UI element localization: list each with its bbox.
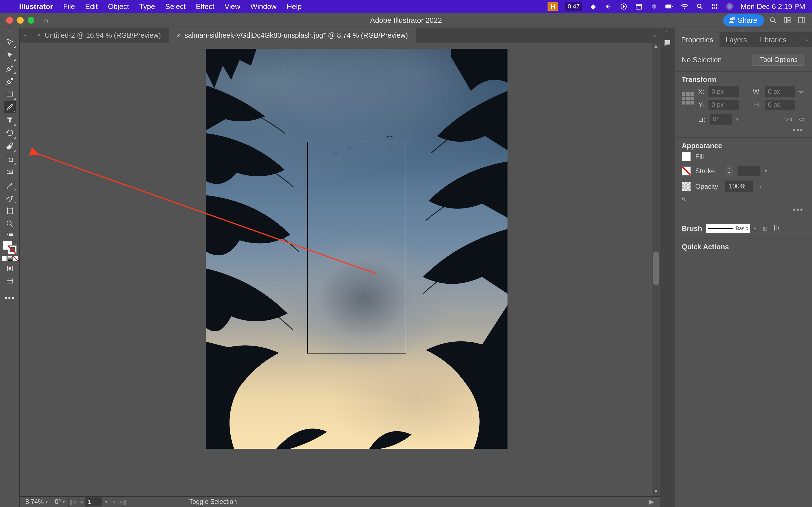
brush-dropdown-icon[interactable]: ▾ [754,226,756,231]
flip-horizontal-icon[interactable]: ▷◁ [785,117,792,122]
canvas[interactable]: ▲ ▼ [20,43,660,496]
stroke-weight-stepper[interactable]: ▴▾ [725,166,733,176]
menu-select[interactable]: Select [160,2,191,11]
dock-grip[interactable]: •• [666,30,669,34]
brush-options-icon[interactable]: ◧ [760,224,769,233]
diamond-icon[interactable]: ◆ [589,3,597,10]
paintbrush-tool[interactable] [4,101,16,113]
reference-point-widget[interactable] [682,92,694,105]
selection-tool[interactable] [4,36,16,48]
color-mode-solid[interactable] [2,256,7,261]
prev-artboard-button[interactable]: ◂ [77,498,86,506]
bluetooth-off-icon[interactable]: ✱ [650,3,658,10]
scrollbar-thumb[interactable] [653,251,659,285]
document-tab-1[interactable]: × Untitled-2 @ 16.94 % (RGB/Preview) [29,28,169,43]
direct-selection-tool[interactable] [4,49,16,61]
x-input[interactable] [709,87,739,97]
transform-more-icon[interactable]: ••• [682,124,805,135]
rotate-tool[interactable] [4,127,16,139]
gradient-tool[interactable] [4,166,16,178]
document-tab-2[interactable]: × salman-sidheek-VGdjDc4Gk80-unsplash.jp… [169,28,416,43]
color-mode-none[interactable] [13,256,18,261]
pen-tool[interactable] [4,62,16,74]
battery-icon[interactable] [665,3,673,10]
rotate-dropdown-icon[interactable]: ▾ [736,117,739,122]
scale-tool[interactable] [4,153,16,165]
date-icon[interactable] [635,3,643,10]
effects-fx-label[interactable]: fx. [682,196,687,202]
workspace-switcher-button[interactable] [796,15,806,25]
brush-preset-selector[interactable]: Basic [706,224,750,233]
next-artboard-button[interactable]: ▸ [110,498,119,506]
menubar-clock[interactable]: Mon Dec 6 2:19 PM [741,2,805,11]
close-window-button[interactable] [6,17,13,24]
color-mode-gradient[interactable] [7,256,12,261]
stroke-weight-dropdown-icon[interactable]: ▾ [765,168,767,173]
rectangle-tool[interactable] [4,88,16,100]
play-circle-icon[interactable] [620,3,627,10]
menu-file[interactable]: File [58,2,80,11]
menu-object[interactable]: Object [103,2,134,11]
app-name[interactable]: Illustrator [14,2,58,11]
search-button[interactable] [768,15,778,25]
volume-icon[interactable] [605,3,612,10]
opacity-swatch[interactable] [682,182,691,191]
constrain-proportions-icon[interactable]: ⫘ [798,88,804,96]
flip-vertical-icon[interactable]: ▽△ [799,117,805,122]
menu-view[interactable]: View [219,2,245,11]
vertical-scrollbar[interactable]: ▲ ▼ [652,43,660,496]
minimize-window-button[interactable] [17,17,24,24]
stroke-swatch[interactable] [682,166,691,175]
panel-overflow-icon[interactable]: » [803,33,812,47]
rotate-input[interactable] [710,114,732,124]
stroke-swatch[interactable] [8,245,17,255]
close-tab-icon[interactable]: × [177,32,181,39]
eyedropper-tool[interactable] [4,179,16,191]
properties-tab[interactable]: Properties [675,33,719,47]
menu-edit[interactable]: Edit [80,2,103,11]
menu-help[interactable]: Help [282,2,307,11]
toolbar-grip[interactable]: •• [6,30,13,33]
tabs-overflow-icon[interactable]: » [649,28,660,43]
arrange-documents-button[interactable] [782,15,792,25]
shape-builder-tool[interactable] [4,191,16,204]
zoom-tool[interactable] [4,217,16,230]
type-tool[interactable] [4,114,16,126]
stroke-weight-input[interactable] [738,166,760,176]
tabs-grip[interactable]: •• [24,28,29,43]
scroll-down-icon[interactable]: ▼ [652,489,660,496]
opacity-input[interactable] [725,180,753,192]
panel-grip[interactable]: •• [675,28,812,33]
edit-toolbar-button[interactable]: ••• [5,293,15,302]
curvature-tool[interactable] [4,75,16,87]
spotlight-icon[interactable] [696,3,704,10]
eraser-tool[interactable] [4,140,16,152]
siri-icon[interactable] [726,3,733,10]
menu-window[interactable]: Window [245,2,282,11]
recording-badge[interactable]: H [548,2,558,11]
artboard-tool[interactable] [4,205,16,217]
draw-mode-button[interactable] [4,262,16,275]
menu-type[interactable]: Type [134,2,160,11]
hand-tool[interactable] [4,230,16,239]
libraries-tab[interactable]: Libraries [753,33,793,47]
appearance-more-icon[interactable]: ••• [682,204,805,214]
brush-libraries-icon[interactable] [773,224,781,233]
fill-swatch[interactable] [682,152,691,161]
status-menu-icon[interactable]: ▶ [649,498,658,506]
rotate-view-field[interactable]: 0°▾ [51,497,68,507]
share-button[interactable]: Share [723,14,764,26]
tool-options-button[interactable]: Tool Options [753,54,805,66]
maximize-window-button[interactable] [28,17,35,24]
home-icon[interactable]: ⌂ [43,15,49,25]
comments-panel-icon[interactable] [662,38,673,48]
last-artboard-button[interactable]: ▸▮ [119,498,127,506]
artboard-number-input[interactable] [86,497,102,506]
scroll-up-icon[interactable]: ▲ [652,43,660,51]
zoom-field[interactable]: 8.74%▾ [22,497,51,507]
layers-tab[interactable]: Layers [719,33,753,47]
recording-timer[interactable]: 0:47 [565,2,582,11]
fill-stroke-swatches[interactable] [3,241,17,255]
first-artboard-button[interactable]: ▮◂ [68,498,77,506]
w-input[interactable] [765,87,795,97]
